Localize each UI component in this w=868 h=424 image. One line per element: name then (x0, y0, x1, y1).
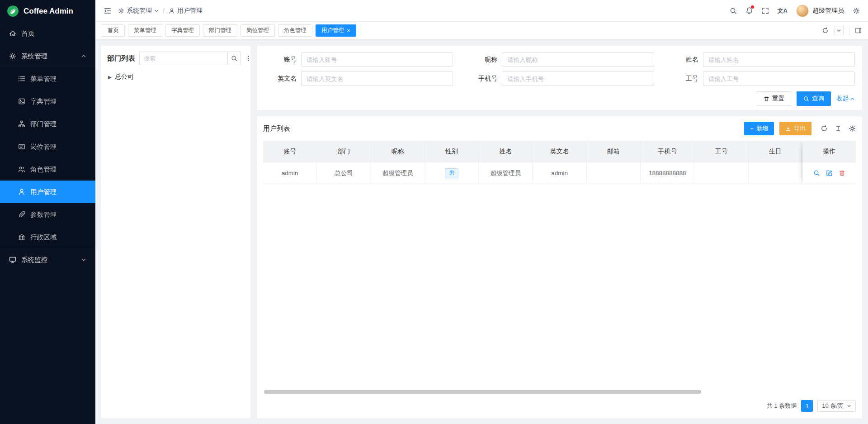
menu-fold-icon[interactable] (104, 7, 112, 15)
sidebar-item-label: 系统管理 (21, 52, 47, 61)
monitor-icon (9, 256, 16, 263)
search-icon (803, 96, 809, 102)
field-label: 昵称 (465, 56, 497, 64)
user-table: 账号 部门 昵称 性别 姓名 英文名 邮箱 手机号 工号 生日 (263, 141, 856, 184)
sidebar-item-dept-mgmt[interactable]: 部门管理 (0, 113, 95, 135)
sidebar-item-admin-region[interactable]: 行政区域 (0, 226, 95, 248)
field-label: 姓名 (666, 56, 698, 64)
account-input[interactable] (301, 52, 453, 67)
english-name-input[interactable] (301, 71, 453, 86)
column-header: 英文名 (533, 141, 586, 162)
column-header: 姓名 (479, 141, 533, 162)
org-tree-icon (18, 120, 25, 128)
cell-account: admin (263, 162, 317, 184)
query-button[interactable]: 查询 (797, 91, 831, 106)
sidebar-item-user-mgmt[interactable]: 用户管理 (0, 181, 95, 203)
edit-icon[interactable] (826, 170, 833, 176)
tab-user-mgmt[interactable]: 用户管理 × (316, 24, 356, 37)
pagination-total: 共 1 条数据 (767, 402, 797, 410)
system-mgmt-submenu: 菜单管理 字典管理 部门管理 岗位管理 角色管理 (0, 67, 95, 248)
horizontal-scrollbar (264, 390, 855, 394)
username: 超级管理员 (812, 7, 844, 15)
download-icon (785, 126, 791, 132)
job-number-input[interactable] (703, 71, 855, 86)
layout-icon[interactable] (855, 27, 862, 34)
tree-node-head-office[interactable]: ▶ 总公司 (107, 71, 245, 83)
column-header: 手机号 (641, 141, 694, 162)
tab-dict-mgmt[interactable]: 字典管理 (165, 24, 200, 37)
field-label: 手机号 (465, 75, 497, 83)
column-settings-icon[interactable] (835, 125, 842, 132)
field-label: 英文名 (264, 75, 297, 83)
id-card-icon (18, 143, 25, 150)
sidebar-item-param-mgmt[interactable]: 参数管理 (0, 203, 95, 226)
translate-icon[interactable]: 文A (778, 7, 788, 15)
cell-job-number (694, 162, 748, 184)
name-input[interactable] (703, 52, 855, 67)
page-size-select[interactable]: 10 条/页 (817, 400, 856, 412)
cell-birthday (749, 162, 802, 184)
close-icon[interactable]: × (347, 28, 350, 33)
search-icon[interactable] (730, 7, 737, 14)
chevron-down-icon[interactable] (834, 26, 844, 35)
collapse-link[interactable]: 收起 (836, 95, 855, 103)
sidebar-item-system-mgmt[interactable]: 系统管理 (0, 45, 95, 67)
tab-dept-mgmt[interactable]: 部门管理 (203, 24, 237, 37)
field-label: 工号 (666, 75, 698, 83)
scrollbar-thumb[interactable] (264, 390, 701, 394)
sidebar-item-label: 字典管理 (30, 97, 57, 106)
department-search-input[interactable] (139, 52, 227, 65)
export-button[interactable]: 导出 (779, 122, 811, 135)
delete-icon[interactable] (839, 170, 845, 176)
fullscreen-icon[interactable] (762, 7, 769, 14)
sidebar-item-role-mgmt[interactable]: 角色管理 (0, 158, 95, 181)
breadcrumb-user-mgmt[interactable]: 用户管理 (169, 7, 203, 15)
tab-menu-mgmt[interactable]: 菜单管理 (128, 24, 162, 37)
sidebar-item-dict-mgmt[interactable]: 字典管理 (0, 90, 95, 113)
more-vertical-icon[interactable] (245, 55, 251, 62)
tab-role-mgmt[interactable]: 角色管理 (278, 24, 312, 37)
reset-icon (764, 96, 769, 102)
sidebar-item-system-monitor[interactable]: 系统监控 (0, 248, 95, 271)
sidebar-item-label: 首页 (21, 29, 34, 38)
sidebar-item-home[interactable]: 首页 (0, 22, 95, 45)
search-button[interactable] (227, 52, 241, 65)
breadcrumb-system-mgmt[interactable]: 系统管理 (118, 7, 159, 15)
notification-bell-icon[interactable] (745, 7, 753, 14)
add-button[interactable]: + 新增 (744, 122, 774, 135)
cell-name: 超级管理员 (479, 162, 533, 184)
column-header: 工号 (694, 141, 748, 162)
phone-input[interactable] (502, 71, 654, 86)
settings-gear-icon[interactable] (853, 7, 860, 14)
user-table-main: 账号 部门 昵称 性别 姓名 英文名 邮箱 手机号 工号 生日 (263, 141, 802, 184)
user-list-title: 用户列表 (263, 124, 290, 133)
cell-operations (802, 162, 856, 184)
tab-bar-controls (822, 26, 862, 35)
table-toolbar: + 新增 导出 (744, 122, 856, 135)
main-area: 系统管理 / 用户管理 文A 超级管理员 (95, 0, 868, 424)
search-form-card: 账号 昵称 姓名 英文名 (257, 46, 862, 110)
people-icon (18, 166, 25, 173)
field-label: 账号 (264, 56, 297, 64)
sidebar-item-label: 部门管理 (30, 120, 57, 129)
table-row: admin 总公司 超级管理员 男 超级管理员 admin 1888888888… (263, 162, 802, 184)
gear-icon[interactable] (849, 125, 856, 132)
column-header: 账号 (263, 141, 317, 162)
sidebar-item-menu-mgmt[interactable]: 菜单管理 (0, 67, 95, 90)
tab-home[interactable]: 首页 (102, 24, 125, 37)
refresh-icon[interactable] (822, 27, 829, 34)
field-nickname: 昵称 (465, 52, 654, 67)
view-icon[interactable] (813, 170, 820, 176)
department-search (139, 52, 241, 65)
column-header: 生日 (749, 141, 802, 162)
user-menu[interactable]: 超级管理员 (796, 5, 844, 17)
reset-button[interactable]: 重置 (757, 91, 791, 106)
page-number-button[interactable]: 1 (801, 400, 813, 412)
table-empty-area (263, 184, 856, 389)
tab-post-mgmt[interactable]: 岗位管理 (241, 24, 275, 37)
gear-icon (9, 52, 16, 60)
refresh-icon[interactable] (821, 125, 828, 132)
sidebar-item-post-mgmt[interactable]: 岗位管理 (0, 135, 95, 158)
caret-right-icon[interactable]: ▶ (108, 75, 112, 80)
nickname-input[interactable] (502, 52, 654, 67)
